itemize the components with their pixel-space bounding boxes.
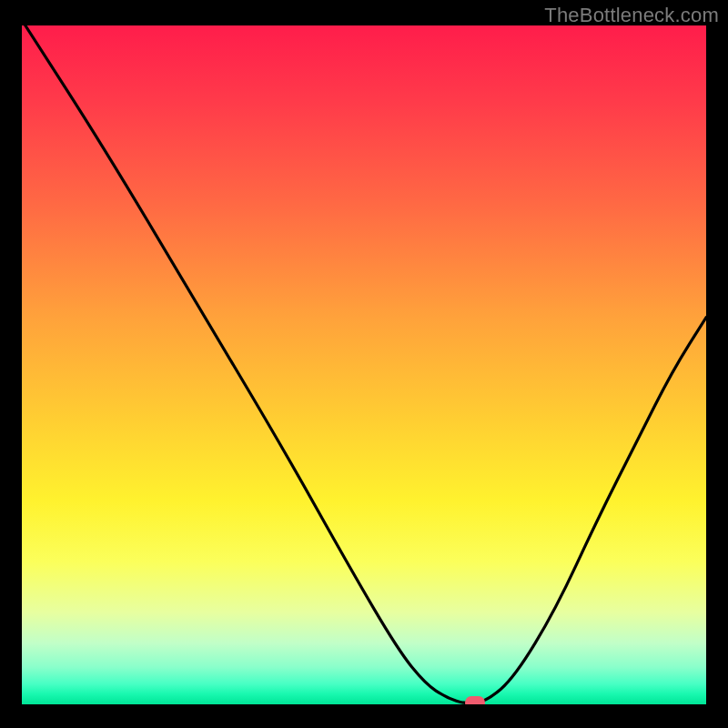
watermark-text: TheBottleneck.com xyxy=(544,4,719,27)
curve-path xyxy=(25,25,706,703)
chart-frame: TheBottleneck.com xyxy=(0,0,728,728)
curve-svg xyxy=(22,25,706,704)
min-marker xyxy=(465,696,485,704)
plot-area xyxy=(22,25,706,704)
